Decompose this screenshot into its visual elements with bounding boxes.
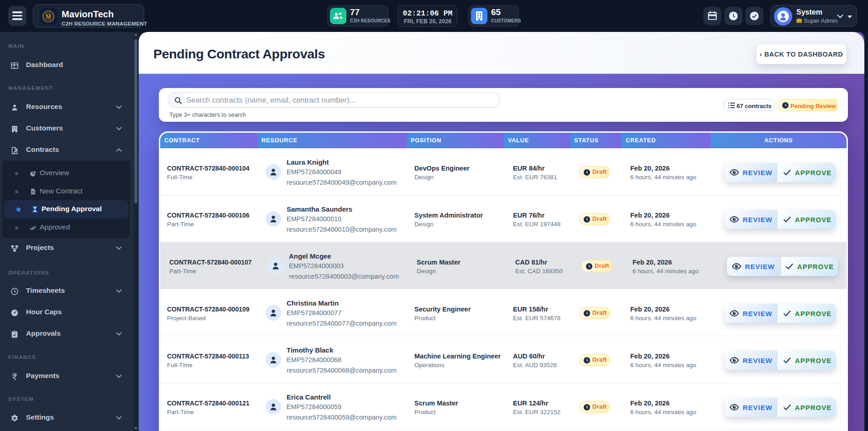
svg-text:M: M [46,13,51,20]
